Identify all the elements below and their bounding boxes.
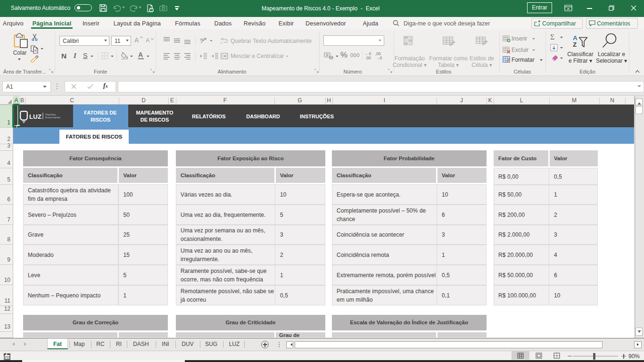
- svg-text:,00: ,00: [365, 56, 371, 60]
- svg-text:ab: ab: [221, 37, 224, 41]
- svg-text:c: c: [221, 41, 223, 44]
- svg-text:A: A: [573, 34, 578, 41]
- svg-text:→0: →0: [376, 56, 382, 60]
- svg-text:Z: Z: [573, 41, 577, 48]
- svg-text:ab: ab: [200, 37, 204, 41]
